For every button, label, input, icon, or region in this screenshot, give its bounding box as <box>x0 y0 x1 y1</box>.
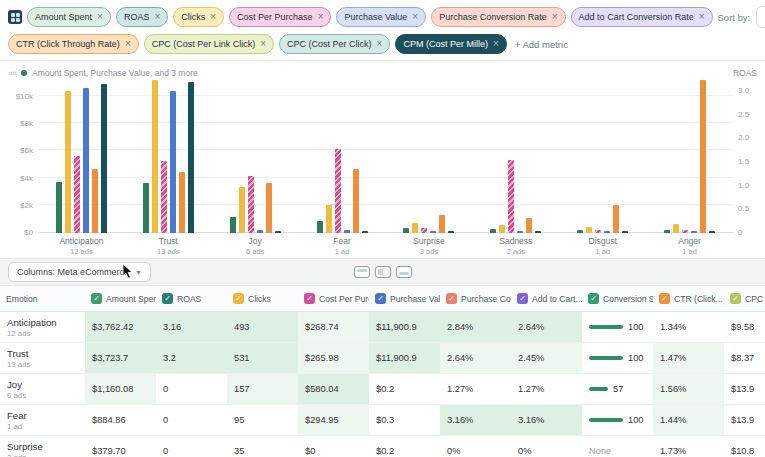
grid-icon[interactable] <box>8 10 22 24</box>
left-axis: $10k$8k$6k$4k$2k$0 <box>8 80 38 233</box>
bar-ctr-click-through-rate <box>613 205 619 233</box>
view-toggle-table-icon[interactable] <box>396 266 412 278</box>
metric-pill-add-to-cart-conversion-rate[interactable]: Add to Cart Conversion Rate× <box>571 7 713 27</box>
bar-roas <box>535 231 541 233</box>
table-row-joy[interactable]: Joy6 ads$1,160.080157$580.04$0.21.27%1.2… <box>0 374 765 405</box>
bar-purchase-value <box>604 231 610 233</box>
bar-roas <box>622 231 628 233</box>
x-axis-labels: Anticipation12 adsTrust13 adsJoy6 adsFea… <box>8 236 757 256</box>
checkbox-cost-per-purcha[interactable]: ✓ <box>304 293 315 304</box>
category-label-sadness: Sadness2 ads <box>472 236 559 256</box>
remove-icon[interactable]: × <box>210 12 216 22</box>
right-tick-label: 1.5 <box>738 157 749 166</box>
checkbox-roas[interactable]: ✓ <box>162 293 173 304</box>
bar-clicks <box>65 91 71 233</box>
metric-pill-label: Clicks <box>181 12 205 22</box>
remove-icon[interactable]: × <box>377 39 383 49</box>
metric-pill-purchase-conversion-rate[interactable]: Purchase Conversion Rate× <box>431 7 565 27</box>
remove-icon[interactable]: × <box>260 39 266 49</box>
checkbox-conversion-score[interactable]: ✓ <box>588 293 599 304</box>
bar-amount-spent <box>230 217 236 233</box>
checkbox-clicks[interactable]: ✓ <box>233 293 244 304</box>
remove-icon[interactable]: × <box>125 39 131 49</box>
cell-roas: 3.16 <box>156 312 227 342</box>
column-header-conversion-score[interactable]: ✓Conversion Score <box>582 293 653 304</box>
sort-by-dropdown[interactable]: Amount Spent ▼ <box>756 6 765 28</box>
metric-pill-cpm-cost-per-mille[interactable]: CPM (Cost Per Mille)× <box>395 34 506 54</box>
remove-icon[interactable]: × <box>493 39 499 49</box>
columns-dropdown[interactable]: Columns: Meta eCommerce ▼ <box>8 262 151 282</box>
checkbox-purchase-value[interactable]: ✓ <box>375 293 386 304</box>
add-metric-button[interactable]: + Add metric <box>515 39 568 50</box>
checkbox-add-to-cart[interactable]: ✓ <box>517 293 528 304</box>
column-header-add-to-cart[interactable]: ✓Add to Cart... <box>511 293 582 304</box>
metric-pill-label: Purchase Conversion Rate <box>439 12 547 22</box>
bar-amount-spent <box>577 230 583 233</box>
bar-cost-per-purchase <box>161 161 167 233</box>
metric-pill-cpc-cost-per-link-click[interactable]: CPC (Cost Per Link Click)× <box>144 34 274 54</box>
metric-pill-purchase-value[interactable]: Purchase Value× <box>336 7 426 27</box>
category-name: Joy <box>212 236 299 247</box>
emotion-ad-count: 6 ads <box>7 391 26 400</box>
table-row-surprise[interactable]: Surprise3 ads$379.70035$0$0.20%0%None1.7… <box>0 436 765 457</box>
remove-icon[interactable]: × <box>97 12 103 22</box>
view-toggle-split-icon[interactable] <box>354 266 370 278</box>
remove-icon[interactable]: × <box>699 12 705 22</box>
cell-ctr-click: 1.47% <box>653 343 724 373</box>
column-header-cost-per-purcha[interactable]: ✓Cost Per Purcha... <box>298 293 369 304</box>
column-header-purchase-value[interactable]: ✓Purchase Value <box>369 293 440 304</box>
remove-icon[interactable]: × <box>154 12 160 22</box>
emotion-ad-count: 13 ads <box>7 360 30 369</box>
right-tick-label: 2.0 <box>738 133 749 142</box>
table-row-anticipation[interactable]: Anticipation12 ads$3,762.423.16493$268.7… <box>0 312 765 343</box>
cell-cpc-cos: $9.58 <box>724 312 765 342</box>
table-row-fear[interactable]: Fear1 ad$884.86095$294.95$0.33.16%3.16%1… <box>0 405 765 436</box>
remove-icon[interactable]: × <box>412 12 418 22</box>
metric-pill-clicks[interactable]: Clicks× <box>173 7 224 27</box>
metric-pill-cost-per-purchase[interactable]: Cost Per Purchase× <box>229 7 331 27</box>
category-name: Disgust <box>559 236 646 247</box>
column-header-amount-spent[interactable]: ✓Amount Spent↓ <box>85 293 156 304</box>
category-name: Surprise <box>386 236 473 247</box>
column-header-label: CTR (Click... <box>674 294 723 304</box>
checkbox-ctr-click[interactable]: ✓ <box>659 293 670 304</box>
bar-roas <box>275 231 281 233</box>
checkbox-amount-spent[interactable]: ✓ <box>91 293 102 304</box>
cell-ctr-click: 1.56% <box>653 374 724 404</box>
cell-cpc-cos: $13.9 <box>724 405 765 435</box>
column-header-roas[interactable]: ✓ROAS <box>156 293 227 304</box>
bar-ctr-click-through-rate <box>439 215 445 233</box>
category-ad-count: 12 ads <box>38 247 125 256</box>
column-header-label: ROAS <box>177 294 201 304</box>
conversion-score-bar <box>589 356 623 360</box>
column-header-emotion[interactable]: Emotion <box>0 294 85 304</box>
checkbox-purchase-co[interactable]: ✓ <box>446 293 457 304</box>
metric-pill-amount-spent[interactable]: Amount Spent× <box>27 7 111 27</box>
cell-purchase-co: 1.27% <box>440 374 511 404</box>
right-axis: 3.02.52.01.51.00.50 <box>733 80 757 233</box>
table-row-trust[interactable]: Trust13 ads$3,723.73.2531$265.98$11,900.… <box>0 343 765 374</box>
metric-pill-cpc-cost-per-click[interactable]: CPC (Cost Per Click)× <box>279 34 390 54</box>
emotion-cell: Joy6 ads <box>0 374 85 404</box>
column-header-cpc-cos[interactable]: ✓CPC (Cos... <box>724 293 765 304</box>
column-header-ctr-click[interactable]: ✓CTR (Click... <box>653 293 724 304</box>
checkbox-cpc-cos[interactable]: ✓ <box>730 293 741 304</box>
view-toggle-chart-icon[interactable] <box>375 266 391 278</box>
left-tick-label: $10k <box>16 92 33 101</box>
bar-amount-spent <box>664 230 670 233</box>
emotion-name: Fear <box>7 410 27 421</box>
bar-cost-per-purchase <box>248 176 254 233</box>
column-header-clicks[interactable]: ✓Clicks <box>227 293 298 304</box>
sort-by-label: Sort by: <box>718 12 751 23</box>
column-header-purchase-co[interactable]: ✓Purchase Co... <box>440 293 511 304</box>
metric-pill-roas[interactable]: ROAS× <box>116 7 168 27</box>
secondary-axis-label: ROAS <box>733 68 757 78</box>
cell-add-to-cart: 2.45% <box>511 343 582 373</box>
bar-clicks <box>239 187 245 233</box>
remove-icon[interactable]: × <box>318 12 324 22</box>
cell-add-to-cart: 0% <box>511 436 582 457</box>
chart-section: ‹‹‹‹ Amount Spent, Purchase Value, and 3… <box>0 61 765 258</box>
metric-pill-ctr-click-through-rate[interactable]: CTR (Click Through Rate)× <box>8 34 139 54</box>
collapse-arrows-icon[interactable]: ‹‹‹‹ <box>8 68 16 78</box>
remove-icon[interactable]: × <box>552 12 558 22</box>
